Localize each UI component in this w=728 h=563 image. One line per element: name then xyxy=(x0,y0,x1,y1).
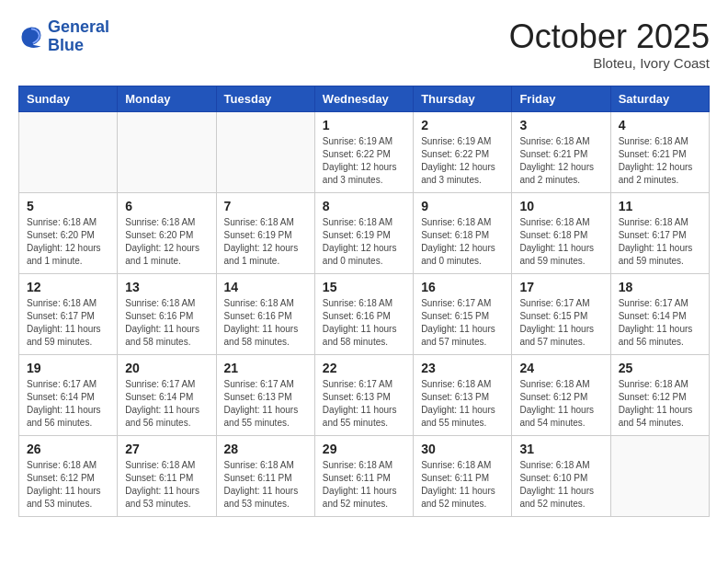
day-number: 12 xyxy=(27,280,109,294)
day-number: 8 xyxy=(323,199,405,213)
day-number: 18 xyxy=(619,280,701,294)
day-info: Sunrise: 6:18 AM Sunset: 6:11 PM Dayligh… xyxy=(421,459,504,511)
day-info: Sunrise: 6:18 AM Sunset: 6:17 PM Dayligh… xyxy=(27,297,109,349)
day-number: 10 xyxy=(519,199,602,213)
calendar-table: SundayMondayTuesdayWednesdayThursdayFrid… xyxy=(18,86,710,517)
day-info: Sunrise: 6:18 AM Sunset: 6:12 PM Dayligh… xyxy=(619,378,701,430)
day-number: 26 xyxy=(27,442,109,456)
day-number: 9 xyxy=(421,199,504,213)
day-number: 24 xyxy=(519,361,602,375)
calendar-cell: 15Sunrise: 6:18 AM Sunset: 6:16 PM Dayli… xyxy=(314,273,413,354)
day-info: Sunrise: 6:18 AM Sunset: 6:13 PM Dayligh… xyxy=(421,378,504,430)
calendar-cell xyxy=(19,111,118,192)
calendar-cell: 29Sunrise: 6:18 AM Sunset: 6:11 PM Dayli… xyxy=(314,435,413,516)
day-info: Sunrise: 6:17 AM Sunset: 6:14 PM Dayligh… xyxy=(619,297,701,349)
calendar-cell: 23Sunrise: 6:18 AM Sunset: 6:13 PM Dayli… xyxy=(414,354,512,435)
day-number: 22 xyxy=(323,361,405,375)
day-info: Sunrise: 6:18 AM Sunset: 6:21 PM Dayligh… xyxy=(519,135,602,187)
week-row-2: 12Sunrise: 6:18 AM Sunset: 6:17 PM Dayli… xyxy=(19,273,710,354)
day-info: Sunrise: 6:18 AM Sunset: 6:21 PM Dayligh… xyxy=(619,135,701,187)
calendar-cell: 12Sunrise: 6:18 AM Sunset: 6:17 PM Dayli… xyxy=(19,273,118,354)
col-header-sunday: Sunday xyxy=(19,86,118,111)
day-info: Sunrise: 6:18 AM Sunset: 6:12 PM Dayligh… xyxy=(519,378,602,430)
day-info: Sunrise: 6:18 AM Sunset: 6:10 PM Dayligh… xyxy=(519,459,602,511)
day-info: Sunrise: 6:18 AM Sunset: 6:17 PM Dayligh… xyxy=(619,216,701,268)
calendar-cell: 4Sunrise: 6:18 AM Sunset: 6:21 PM Daylig… xyxy=(610,111,709,192)
calendar-cell: 7Sunrise: 6:18 AM Sunset: 6:19 PM Daylig… xyxy=(216,192,314,273)
col-header-monday: Monday xyxy=(118,86,216,111)
calendar-cell: 6Sunrise: 6:18 AM Sunset: 6:20 PM Daylig… xyxy=(118,192,216,273)
calendar-cell: 22Sunrise: 6:17 AM Sunset: 6:13 PM Dayli… xyxy=(314,354,413,435)
calendar-cell: 25Sunrise: 6:18 AM Sunset: 6:12 PM Dayli… xyxy=(610,354,709,435)
day-info: Sunrise: 6:17 AM Sunset: 6:13 PM Dayligh… xyxy=(323,378,405,430)
day-number: 20 xyxy=(125,361,208,375)
day-number: 31 xyxy=(519,442,602,456)
week-row-0: 1Sunrise: 6:19 AM Sunset: 6:22 PM Daylig… xyxy=(19,111,710,192)
day-info: Sunrise: 6:18 AM Sunset: 6:16 PM Dayligh… xyxy=(323,297,405,349)
logo-icon xyxy=(18,24,44,50)
day-info: Sunrise: 6:19 AM Sunset: 6:22 PM Dayligh… xyxy=(421,135,504,187)
calendar-cell: 10Sunrise: 6:18 AM Sunset: 6:18 PM Dayli… xyxy=(512,192,610,273)
day-info: Sunrise: 6:18 AM Sunset: 6:19 PM Dayligh… xyxy=(323,216,405,268)
col-header-thursday: Thursday xyxy=(414,86,512,111)
day-number: 30 xyxy=(421,442,504,456)
calendar-cell: 8Sunrise: 6:18 AM Sunset: 6:19 PM Daylig… xyxy=(314,192,413,273)
calendar-cell: 13Sunrise: 6:18 AM Sunset: 6:16 PM Dayli… xyxy=(118,273,216,354)
day-number: 29 xyxy=(323,442,405,456)
week-row-1: 5Sunrise: 6:18 AM Sunset: 6:20 PM Daylig… xyxy=(19,192,710,273)
col-header-wednesday: Wednesday xyxy=(314,86,413,111)
day-info: Sunrise: 6:19 AM Sunset: 6:22 PM Dayligh… xyxy=(323,135,405,187)
day-info: Sunrise: 6:18 AM Sunset: 6:18 PM Dayligh… xyxy=(519,216,602,268)
day-info: Sunrise: 6:18 AM Sunset: 6:20 PM Dayligh… xyxy=(27,216,109,268)
day-number: 27 xyxy=(125,442,208,456)
month-title: October 2025 xyxy=(509,18,710,55)
logo-text: General Blue xyxy=(48,18,109,55)
calendar-cell: 21Sunrise: 6:17 AM Sunset: 6:13 PM Dayli… xyxy=(216,354,314,435)
day-info: Sunrise: 6:18 AM Sunset: 6:11 PM Dayligh… xyxy=(125,459,208,511)
day-number: 21 xyxy=(224,361,307,375)
col-header-tuesday: Tuesday xyxy=(216,86,314,111)
day-number: 15 xyxy=(323,280,405,294)
logo: General Blue xyxy=(18,18,109,55)
col-header-friday: Friday xyxy=(512,86,610,111)
col-header-saturday: Saturday xyxy=(610,86,709,111)
week-row-4: 26Sunrise: 6:18 AM Sunset: 6:12 PM Dayli… xyxy=(19,435,710,516)
day-info: Sunrise: 6:17 AM Sunset: 6:14 PM Dayligh… xyxy=(125,378,208,430)
day-info: Sunrise: 6:18 AM Sunset: 6:16 PM Dayligh… xyxy=(224,297,307,349)
day-number: 13 xyxy=(125,280,208,294)
week-row-3: 19Sunrise: 6:17 AM Sunset: 6:14 PM Dayli… xyxy=(19,354,710,435)
location: Bloteu, Ivory Coast xyxy=(509,55,710,71)
day-info: Sunrise: 6:18 AM Sunset: 6:12 PM Dayligh… xyxy=(27,459,109,511)
calendar-cell: 18Sunrise: 6:17 AM Sunset: 6:14 PM Dayli… xyxy=(610,273,709,354)
title-block: October 2025 Bloteu, Ivory Coast xyxy=(509,18,710,71)
day-number: 6 xyxy=(125,199,208,213)
day-info: Sunrise: 6:17 AM Sunset: 6:14 PM Dayligh… xyxy=(27,378,109,430)
calendar-cell: 20Sunrise: 6:17 AM Sunset: 6:14 PM Dayli… xyxy=(118,354,216,435)
calendar-cell: 1Sunrise: 6:19 AM Sunset: 6:22 PM Daylig… xyxy=(314,111,413,192)
day-number: 17 xyxy=(519,280,602,294)
day-number: 1 xyxy=(323,118,405,132)
day-info: Sunrise: 6:18 AM Sunset: 6:11 PM Dayligh… xyxy=(224,459,307,511)
calendar-cell: 30Sunrise: 6:18 AM Sunset: 6:11 PM Dayli… xyxy=(414,435,512,516)
day-info: Sunrise: 6:17 AM Sunset: 6:15 PM Dayligh… xyxy=(421,297,504,349)
calendar-cell: 27Sunrise: 6:18 AM Sunset: 6:11 PM Dayli… xyxy=(118,435,216,516)
day-info: Sunrise: 6:17 AM Sunset: 6:13 PM Dayligh… xyxy=(224,378,307,430)
calendar-cell: 16Sunrise: 6:17 AM Sunset: 6:15 PM Dayli… xyxy=(414,273,512,354)
day-number: 23 xyxy=(421,361,504,375)
calendar-cell: 5Sunrise: 6:18 AM Sunset: 6:20 PM Daylig… xyxy=(19,192,118,273)
day-info: Sunrise: 6:18 AM Sunset: 6:18 PM Dayligh… xyxy=(421,216,504,268)
day-info: Sunrise: 6:18 AM Sunset: 6:11 PM Dayligh… xyxy=(323,459,405,511)
calendar-header-row: SundayMondayTuesdayWednesdayThursdayFrid… xyxy=(19,86,710,111)
day-number: 19 xyxy=(27,361,109,375)
page-header: General Blue October 2025 Bloteu, Ivory … xyxy=(18,18,710,71)
calendar-cell: 28Sunrise: 6:18 AM Sunset: 6:11 PM Dayli… xyxy=(216,435,314,516)
day-number: 11 xyxy=(619,199,701,213)
calendar-cell: 3Sunrise: 6:18 AM Sunset: 6:21 PM Daylig… xyxy=(512,111,610,192)
day-number: 14 xyxy=(224,280,307,294)
calendar-cell: 31Sunrise: 6:18 AM Sunset: 6:10 PM Dayli… xyxy=(512,435,610,516)
day-number: 25 xyxy=(619,361,701,375)
day-number: 16 xyxy=(421,280,504,294)
calendar-cell xyxy=(118,111,216,192)
day-number: 4 xyxy=(619,118,701,132)
day-number: 28 xyxy=(224,442,307,456)
